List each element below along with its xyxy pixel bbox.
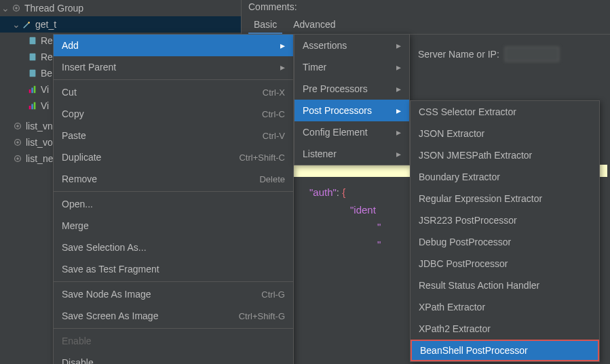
- submenu-add: Assertions▸Timer▸Pre Processors▸Post Pro…: [294, 34, 410, 165]
- svg-rect-3: [30, 37, 36, 45]
- server-input[interactable]: [505, 47, 559, 62]
- svg-rect-5: [30, 70, 36, 77]
- menu-item-label: Timer: [303, 62, 393, 73]
- json-line: ": [377, 239, 381, 250]
- json-brace: {: [342, 186, 345, 198]
- gear-icon: [12, 121, 23, 132]
- tree-label: Be: [41, 68, 52, 79]
- tab-advanced[interactable]: Advanced: [288, 16, 341, 34]
- menu-shortcut: Delete: [259, 174, 285, 184]
- chevron-right-icon: ▸: [393, 62, 401, 73]
- svg-rect-8: [34, 86, 36, 94]
- comments-label: Comments:: [242, 0, 610, 14]
- context-menu: Add▸Insert Parent▸CutCtrl-XCopyCtrl-CPas…: [53, 34, 294, 364]
- tree-label: get_t: [35, 19, 56, 30]
- menu-item-copy[interactable]: CopyCtrl-C: [54, 103, 293, 125]
- menu-item-label: Insert Parent: [62, 62, 277, 73]
- postproc-item-json-extractor[interactable]: JSON Extractor: [411, 123, 599, 144]
- postproc-item-boundary-extractor[interactable]: Boundary Extractor: [411, 166, 599, 188]
- postproc-item-result-status-action-handler[interactable]: Result Status Action Handler: [411, 275, 599, 296]
- menu-item-label: Save Node As Image: [62, 289, 261, 300]
- submenu-item-listener[interactable]: Listener▸: [294, 143, 409, 165]
- menu-item-label: Regular Expression Extractor: [419, 193, 591, 204]
- menu-item-cut[interactable]: CutCtrl-X: [54, 81, 293, 103]
- svg-rect-9: [29, 106, 31, 109]
- menu-item-label: Save Screen As Image: [62, 310, 239, 321]
- tabs-row: Basic Advanced: [242, 14, 610, 35]
- menu-item-label: Save as Test Fragment: [62, 264, 285, 275]
- tree-root[interactable]: ⌄ Thread Group: [0, 0, 241, 16]
- svg-rect-11: [34, 102, 36, 110]
- menu-item-label: CSS Selector Extractor: [419, 106, 591, 117]
- svg-point-15: [16, 141, 19, 144]
- submenu-item-pre-processors[interactable]: Pre Processors▸: [294, 78, 409, 100]
- tree-get-token[interactable]: ⌄ get_t: [0, 16, 241, 33]
- submenu-item-post-processors[interactable]: Post Processors▸: [294, 100, 409, 121]
- menu-shortcut: Ctrl-X: [263, 87, 285, 98]
- menu-item-label: Copy: [62, 108, 262, 119]
- gear-icon: [12, 153, 23, 164]
- menu-item-label: Result Status Action Handler: [419, 280, 591, 291]
- tree-label: list_vo: [26, 137, 53, 148]
- postproc-item-debug-postprocessor[interactable]: Debug PostProcessor: [411, 231, 599, 253]
- menu-item-save-as-test-fragment[interactable]: Save as Test Fragment: [54, 258, 293, 280]
- postproc-item-xpath-extractor[interactable]: XPath Extractor: [411, 296, 599, 318]
- svg-rect-7: [31, 87, 33, 93]
- submenu-post-processors: CSS Selector ExtractorJSON ExtractorJSON…: [410, 100, 600, 362]
- svg-point-13: [16, 125, 19, 127]
- menu-item-duplicate[interactable]: DuplicateCtrl+Shift-C: [54, 146, 293, 168]
- postproc-item-regular-expression-extractor[interactable]: Regular Expression Extractor: [411, 188, 599, 209]
- postproc-item-beanshell-postprocessor[interactable]: BeanShell PostProcessor: [411, 340, 599, 361]
- chevron-right-icon: ▸: [393, 40, 401, 51]
- menu-item-label: Debug PostProcessor: [419, 237, 591, 247]
- menu-item-label: JSON Extractor: [419, 128, 591, 139]
- menu-item-add[interactable]: Add▸: [54, 35, 293, 56]
- chevron-right-icon: ▸: [277, 40, 285, 51]
- menu-item-label: BeanShell PostProcessor: [420, 345, 590, 356]
- tree-label: Vi: [41, 100, 49, 111]
- menu-item-label: Save Selection As...: [62, 242, 285, 253]
- menu-item-save-screen-as-image[interactable]: Save Screen As ImageCtrl+Shift-G: [54, 305, 293, 327]
- menu-item-insert-parent[interactable]: Insert Parent▸: [54, 56, 293, 78]
- menu-item-label: Boundary Extractor: [419, 171, 591, 182]
- menu-item-disable[interactable]: Disable: [54, 352, 293, 364]
- menu-item-label: Duplicate: [62, 152, 239, 163]
- document-icon: [27, 52, 38, 62]
- json-line: ": [377, 221, 381, 232]
- menu-shortcut: Ctrl+Shift-G: [239, 311, 285, 321]
- submenu-item-config-element[interactable]: Config Element▸: [294, 121, 409, 143]
- menu-item-label: XPath Extractor: [419, 302, 591, 312]
- postproc-item-css-selector-extractor[interactable]: CSS Selector Extractor: [411, 101, 599, 123]
- chart-icon: [27, 100, 38, 111]
- submenu-item-assertions[interactable]: Assertions▸: [294, 35, 409, 56]
- postproc-item-jsr223-postprocessor[interactable]: JSR223 PostProcessor: [411, 209, 599, 231]
- menu-shortcut: Ctrl+Shift-C: [239, 153, 285, 163]
- tree-label: Re: [41, 52, 53, 62]
- gear-icon: [11, 3, 22, 14]
- postproc-item-json-jmespath-extractor[interactable]: JSON JMESPath Extractor: [411, 144, 599, 166]
- menu-item-merge[interactable]: Merge: [54, 215, 293, 237]
- menu-item-label: Listener: [303, 148, 393, 159]
- menu-item-save-selection-as[interactable]: Save Selection As...: [54, 237, 293, 258]
- svg-rect-4: [30, 54, 36, 61]
- menu-item-label: Add: [62, 40, 277, 51]
- menu-item-paste[interactable]: PasteCtrl-V: [54, 125, 293, 146]
- submenu-item-timer[interactable]: Timer▸: [294, 56, 409, 78]
- menu-item-save-node-as-image[interactable]: Save Node As ImageCtrl-G: [54, 283, 293, 305]
- menu-item-label: Cut: [62, 87, 263, 98]
- menu-separator: [54, 328, 293, 329]
- json-key: "ident: [350, 204, 376, 216]
- chevron-right-icon: ▸: [393, 105, 401, 116]
- postproc-item-jdbc-postprocessor[interactable]: JDBC PostProcessor: [411, 253, 599, 275]
- tab-basic[interactable]: Basic: [248, 16, 282, 34]
- menu-item-open[interactable]: Open...: [54, 193, 293, 215]
- tree-label: Re: [41, 35, 53, 46]
- chart-icon: [27, 84, 38, 95]
- svg-rect-10: [31, 104, 33, 109]
- menu-item-label: XPath2 Extractor: [419, 323, 591, 334]
- svg-rect-6: [29, 89, 31, 93]
- menu-item-enable[interactable]: Enable: [54, 330, 293, 352]
- gear-icon: [12, 137, 23, 148]
- postproc-item-xpath2-extractor[interactable]: XPath2 Extractor: [411, 318, 599, 340]
- menu-item-remove[interactable]: RemoveDelete: [54, 168, 293, 190]
